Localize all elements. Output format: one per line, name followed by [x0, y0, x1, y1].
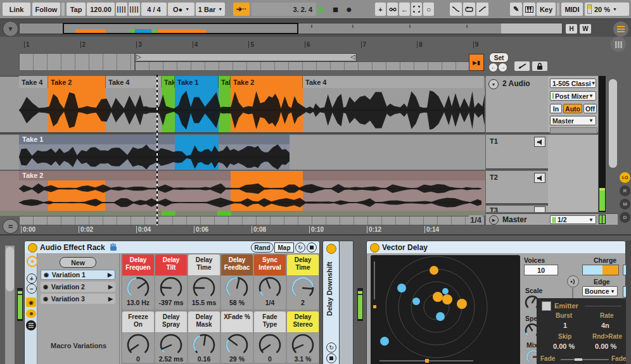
- take-audition-button[interactable]: [534, 206, 545, 212]
- macro-name[interactable]: DelayStereo: [287, 311, 319, 332]
- take-lane-header-t3[interactable]: T3: [486, 206, 548, 212]
- delay-section-toggle[interactable]: D: [620, 212, 630, 223]
- delay-voice-dot[interactable]: [412, 298, 420, 305]
- mixer-section-toggle[interactable]: M: [620, 199, 630, 210]
- delay-voice-dot[interactable]: [433, 292, 443, 302]
- link-button[interactable]: Link: [3, 3, 30, 16]
- take-lane-2[interactable]: Take 2: [0, 171, 485, 211]
- audio-track-lane[interactable]: Take 4Take 2Take 4TakTake 1TakTake 2Take…: [0, 76, 485, 134]
- rack-title-bar[interactable]: Audio Effect Rack Rand Map ↻: [25, 241, 319, 253]
- automation-mode-button[interactable]: [514, 61, 530, 71]
- loop-button[interactable]: [463, 3, 475, 16]
- edge-chooser[interactable]: Bounce▼: [582, 286, 618, 296]
- quantize-chooser[interactable]: 1 Bar▼: [196, 3, 225, 16]
- mixer-toggle-button[interactable]: [611, 37, 626, 52]
- time-signature-field[interactable]: 4 / 4: [141, 3, 167, 16]
- take3-highlight-region[interactable]: [217, 211, 231, 216]
- output-routing-chooser[interactable]: Master▼: [550, 116, 596, 125]
- device-activator[interactable]: [326, 244, 336, 254]
- input-routing-chooser[interactable]: 1-505 Classi▼: [550, 78, 596, 88]
- launch-variation-icon[interactable]: ▶: [108, 296, 113, 302]
- monitor-auto-button[interactable]: Auto: [563, 104, 582, 113]
- hot-swap-button[interactable]: ↻: [326, 342, 336, 353]
- macro-name[interactable]: DelayFeedbac: [221, 254, 253, 275]
- take3-highlight-region[interactable]: [162, 211, 175, 216]
- clip-header[interactable]: Take 1: [175, 76, 219, 88]
- punch-in-button[interactable]: [450, 3, 462, 16]
- fixed-width-button[interactable]: W: [580, 24, 591, 34]
- delay-voice-dot[interactable]: [442, 294, 452, 304]
- master-fold-button[interactable]: ▶: [489, 215, 499, 225]
- macro-knob[interactable]: 15.5 ms: [188, 276, 220, 310]
- follow-button[interactable]: Follow: [32, 3, 60, 16]
- stop-marker-button[interactable]: ▶▮: [469, 54, 484, 71]
- charge-slider[interactable]: [582, 265, 619, 275]
- loop-brace[interactable]: ▷ ◁: [135, 53, 357, 61]
- skip-value[interactable]: 0.00 %: [553, 342, 575, 350]
- macro-name[interactable]: FadeType: [254, 311, 286, 332]
- nudge-up-icon[interactable]: ||||: [129, 3, 140, 16]
- clip-header[interactable]: Take 4: [106, 76, 162, 88]
- set-locator-button[interactable]: Set: [489, 53, 509, 63]
- macro-name[interactable]: XFade %: [221, 311, 253, 332]
- punch-out-button[interactable]: [476, 3, 488, 16]
- device-scrollbar[interactable]: [5, 246, 15, 364]
- optimize-view-button[interactable]: ≈: [3, 219, 18, 234]
- variation-row[interactable]: ◉Variation 1▶: [41, 270, 115, 280]
- emitter-enable-checkbox[interactable]: [542, 301, 551, 311]
- clip-header[interactable]: Take 4: [19, 76, 48, 88]
- macro-knob[interactable]: 2.52 ms: [155, 333, 187, 363]
- playhead-cursor[interactable]: [156, 75, 158, 225]
- show-variations-button[interactable]: ◉: [26, 298, 36, 307]
- play-button[interactable]: ▶: [318, 3, 326, 15]
- loop-start-icon[interactable]: ▷: [136, 53, 141, 60]
- rate-value[interactable]: 4n: [601, 322, 609, 329]
- voices-field[interactable]: 10: [524, 265, 558, 275]
- monitor-off-button[interactable]: Off: [583, 104, 597, 113]
- nudge-down-icon[interactable]: ||||: [116, 3, 127, 16]
- fade-slider[interactable]: [561, 359, 609, 360]
- delay-voice-dot[interactable]: [436, 312, 445, 321]
- take-audition-button[interactable]: [534, 137, 545, 147]
- macro-knob[interactable]: 0: [254, 333, 286, 363]
- record-button[interactable]: ●: [346, 3, 352, 15]
- save-preset-button[interactable]: [326, 353, 336, 363]
- clip-header[interactable]: Take 4: [303, 76, 485, 88]
- macro-knob[interactable]: 58 %: [221, 276, 253, 310]
- tempo-field[interactable]: 120.00: [87, 3, 115, 16]
- clip-header[interactable]: Take 2: [48, 76, 106, 88]
- overdub-button[interactable]: [387, 3, 398, 16]
- burst-value[interactable]: 1: [563, 322, 567, 329]
- device-title-bar[interactable]: Vector Delay: [367, 241, 625, 253]
- show-macros-button[interactable]: [26, 310, 36, 318]
- take-audition-button[interactable]: [534, 173, 545, 183]
- new-variation-button[interactable]: New: [60, 257, 96, 268]
- overview-viewport[interactable]: [63, 23, 298, 34]
- macro-name[interactable]: DelayFrequen: [122, 254, 154, 275]
- macro-knob[interactable]: -397 ms: [155, 276, 187, 310]
- returns-section-toggle[interactable]: R: [620, 185, 630, 196]
- time-ruler[interactable]: 0:000:020:040:060:080:100:120:14: [19, 226, 485, 234]
- macro-name[interactable]: SyncInterval: [254, 254, 286, 275]
- macro-knob[interactable]: 3.1 %: [287, 333, 319, 363]
- macro-name[interactable]: DelayTime: [188, 254, 220, 275]
- macro-knob[interactable]: 1/4: [254, 276, 286, 310]
- automation-arm-button[interactable]: ○: [423, 3, 434, 16]
- launch-variation-icon[interactable]: ▶: [108, 272, 112, 278]
- macro-knob[interactable]: 13.0 Hz: [122, 276, 154, 310]
- macro-name[interactable]: FreezeOn: [122, 311, 154, 332]
- arrangement-overview[interactable]: [19, 23, 563, 34]
- monitor-in-button[interactable]: In: [550, 104, 562, 113]
- arrangement-position-display[interactable]: 3. 2. 4: [252, 3, 316, 16]
- new-midi-clip-button[interactable]: +: [375, 3, 386, 16]
- clip-header[interactable]: Tak: [219, 76, 231, 88]
- map-button[interactable]: Map: [274, 242, 294, 253]
- scrub-area-right[interactable]: [135, 61, 485, 71]
- scrub-area-left[interactable]: [19, 53, 135, 71]
- macro-name[interactable]: DelayTime: [287, 254, 319, 275]
- show-chains-button[interactable]: [26, 320, 36, 330]
- follow-playhead-button[interactable]: ➔··: [233, 3, 250, 16]
- track-fold-button[interactable]: ▼: [488, 79, 499, 89]
- midi-map-button[interactable]: MIDI: [561, 3, 583, 16]
- take-lane-1[interactable]: Take 1: [0, 135, 485, 170]
